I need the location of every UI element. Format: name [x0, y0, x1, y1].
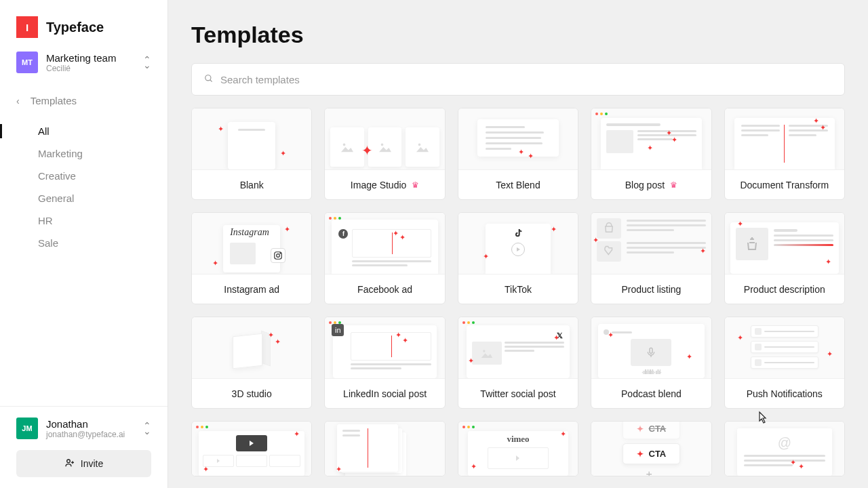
template-label-row: LinkedIn social post [325, 378, 444, 408]
template-card-partial[interactable]: ✦ [324, 421, 445, 476]
template-card-partial[interactable]: ✦CTA✦CTA+ [591, 421, 711, 476]
nav-category-creative[interactable]: Creative [38, 165, 167, 187]
template-label-row: Facebook ad [325, 274, 444, 304]
nav-back[interactable]: ‹ Templates [0, 89, 167, 120]
chevron-left-icon: ‹ [16, 96, 20, 106]
svg-point-4 [380, 144, 383, 146]
template-card-facebook-ad[interactable]: f✦✦ Facebook ad [324, 212, 445, 304]
template-card-blog-post[interactable]: ✦✦✦ Blog post ♛ [591, 108, 711, 200]
template-preview: ✦ [325, 108, 444, 169]
template-preview: @✦✦ [725, 422, 844, 476]
template-label: LinkedIn social post [343, 388, 427, 399]
svg-point-1 [205, 75, 211, 80]
search-input[interactable] [220, 74, 832, 85]
template-card-partial[interactable]: ✦✦ [191, 421, 312, 476]
svg-rect-13 [650, 348, 652, 353]
svg-point-11 [483, 350, 485, 352]
premium-crown-icon: ♛ [412, 180, 419, 190]
svg-marker-12 [481, 353, 492, 358]
template-card-podcast-blend[interactable]: ·ııllıllıllıllı·ııllıl·✦✦ Podcast blend [591, 317, 711, 409]
chevron-updown-icon: ⌃⌄ [143, 423, 151, 434]
template-card-image-studio[interactable]: ✦ Image Studio ♛ [324, 108, 445, 200]
search-bar[interactable] [191, 63, 845, 96]
template-preview: ✦✦✦ [591, 108, 711, 169]
template-label-row: Blank [192, 169, 311, 199]
workspace-user: Cecilié [46, 64, 135, 73]
template-preview: ✦✦ [725, 108, 844, 169]
workspace-info: Marketing team Cecilié [46, 52, 135, 73]
template-card-3d-studio[interactable]: ✦✦ 3D studio [191, 317, 312, 409]
template-card-product-description[interactable]: ✦✦ Product description [724, 212, 845, 304]
page-title: Templates [191, 22, 845, 48]
svg-marker-5 [379, 147, 391, 152]
nav-categories: AllMarketingCreativeGeneralHRSale [0, 120, 167, 254]
chevron-updown-icon: ⌃⌄ [143, 57, 151, 68]
nav-category-general[interactable]: General [38, 187, 167, 209]
template-preview: in✦✦ [325, 317, 444, 378]
user-name: Jonathan [46, 418, 135, 430]
template-card-linkedin-post[interactable]: in✦✦ LinkedIn social post [324, 317, 445, 409]
invite-button[interactable]: Invite [16, 450, 151, 477]
svg-point-2 [343, 144, 346, 146]
template-label-row: Push Notifications [725, 378, 844, 408]
template-card-partial[interactable]: @✦✦ [724, 421, 845, 476]
template-label: Product description [744, 284, 825, 295]
workspace-avatar: MT [16, 52, 38, 73]
template-label: Facebook ad [357, 284, 412, 295]
template-card-doc-transform[interactable]: ✦✦ Document Transform [724, 108, 845, 200]
nav-back-label: Templates [31, 95, 77, 106]
user-avatar: JM [16, 418, 38, 439]
user-menu[interactable]: JM Jonathan jonathan@typeface.ai ⌃⌄ [0, 418, 167, 450]
template-preview: ·ııllıllıllıllı·ııllıl·✦✦ [591, 317, 711, 378]
template-card-product-listing[interactable]: ✦✦ Product listing [591, 212, 711, 304]
template-card-tiktok[interactable]: ✦✦ TikTok [458, 212, 578, 304]
template-preview: vimeo✦✦ [458, 422, 578, 476]
template-preview: ✦✦ [591, 213, 711, 274]
template-card-instagram-ad[interactable]: Instagram✦✦ Instagram ad [191, 212, 312, 304]
template-card-text-blend[interactable]: ✦✦ Text Blend [458, 108, 578, 200]
template-preview: ✦✦ [458, 213, 578, 274]
premium-crown-icon: ♛ [670, 180, 677, 190]
workspace-switcher[interactable]: MT Marketing team Cecilié ⌃⌄ [0, 52, 167, 89]
template-card-push-notifications[interactable]: ✦✦ Push Notifications [724, 317, 845, 409]
invite-label: Invite [81, 458, 103, 469]
template-preview: ✦✦ [192, 317, 311, 378]
template-label-row: TikTok [458, 274, 578, 304]
template-label: Document Transform [740, 180, 829, 190]
template-label: Image Studio [351, 180, 407, 190]
main-content: Templates ✦✦ Blank ✦ Image Studio ♛ ✦✦ T… [168, 0, 868, 488]
template-preview: 𝕏✦✦ [458, 317, 578, 378]
template-label: Blog post [625, 180, 665, 190]
brand-logo[interactable]: I Typeface [0, 16, 167, 52]
template-card-partial[interactable]: vimeo✦✦ [458, 421, 578, 476]
template-label-row: Text Blend [458, 169, 578, 199]
template-label: Twitter social post [480, 388, 555, 399]
template-card-blank[interactable]: ✦✦ Blank [191, 108, 312, 200]
template-label-row: Product description [725, 274, 844, 304]
tiktok-icon [513, 228, 524, 239]
template-label: Text Blend [496, 180, 540, 190]
nav-category-hr[interactable]: HR [38, 209, 167, 232]
template-label: 3D studio [232, 388, 272, 399]
template-label-row: Blog post ♛ [591, 169, 711, 199]
template-label: Blank [240, 180, 264, 190]
template-preview: ✦✦ [458, 108, 578, 169]
template-preview: ✦✦ [725, 213, 844, 274]
nav-category-sale[interactable]: Sale [38, 232, 167, 254]
template-preview: ✦✦ [725, 317, 844, 378]
user-info: Jonathan jonathan@typeface.ai [46, 418, 135, 439]
sidebar-footer: JM Jonathan jonathan@typeface.ai ⌃⌄ Invi… [0, 406, 167, 488]
template-label-row: Document Transform [725, 169, 844, 199]
template-label: Instagram ad [224, 284, 279, 295]
svg-point-0 [66, 460, 70, 463]
template-preview: Instagram✦✦ [192, 213, 311, 274]
template-card-twitter-post[interactable]: 𝕏✦✦ Twitter social post [458, 317, 578, 409]
template-label-row: Twitter social post [458, 378, 578, 408]
template-preview: ✦ [325, 422, 444, 476]
svg-point-10 [280, 253, 281, 253]
user-plus-icon [64, 458, 75, 470]
nav-category-marketing[interactable]: Marketing [38, 142, 167, 165]
nav-category-all[interactable]: All [38, 120, 167, 142]
instagram-word-icon: Instagram [230, 227, 269, 238]
linkedin-icon: in [332, 324, 344, 336]
